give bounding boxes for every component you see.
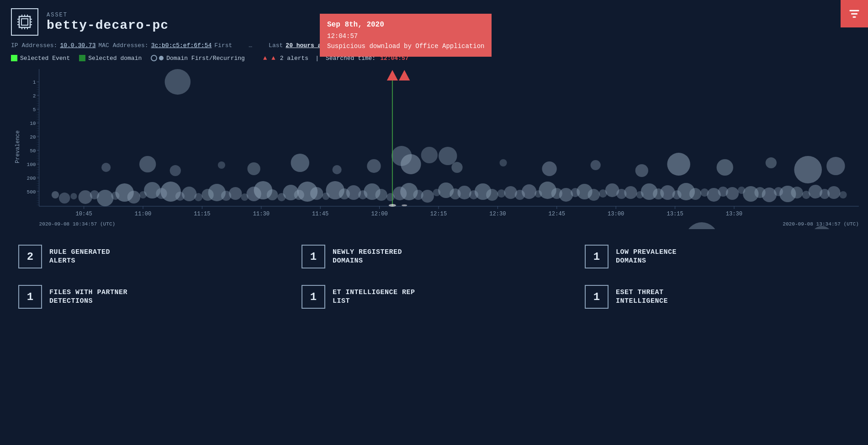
tooltip-date: Sep 8th, 2020 [327, 19, 484, 31]
svg-point-207 [499, 159, 507, 166]
timeline-chart[interactable]: Prevalence 1 2 5 10 20 50 100 200 500 [14, 64, 863, 229]
stat-label-eset-threat: ESET THREATINTELLIGENCE [616, 288, 668, 306]
domain-label: Domain First/Recurring [166, 55, 245, 62]
circle-outline-icon [151, 55, 157, 61]
svg-rect-3 [19, 16, 30, 27]
svg-text:11:30: 11:30 [253, 211, 270, 217]
alert-triangle-icon: ▲ [263, 54, 267, 62]
svg-point-126 [194, 193, 202, 201]
svg-point-228 [389, 204, 396, 207]
stat-number-files-partner: 1 [18, 285, 42, 309]
domain-circles [151, 55, 164, 61]
svg-point-214 [794, 156, 822, 183]
svg-text:2020-09-08 10:34:57 (UTC): 2020-09-08 10:34:57 (UTC) [39, 221, 116, 227]
stat-label-newly-registered: NEWLY REGISTEREDDOMAINS [333, 248, 402, 266]
stat-number-eset-threat: 1 [585, 285, 609, 309]
stat-label-low-prevalence: LOW PREVALENCEDOMAINS [616, 248, 677, 266]
svg-rect-0 [850, 10, 859, 11]
svg-point-177 [660, 185, 675, 200]
stat-card-eset-threat[interactable]: 1 ESET THREATINTELLIGENCE [576, 277, 859, 317]
svg-point-196 [839, 191, 847, 198]
svg-point-134 [267, 189, 278, 200]
svg-text:20: 20 [30, 134, 36, 140]
svg-point-125 [182, 187, 196, 201]
svg-text:13:00: 13:00 [608, 211, 624, 217]
svg-point-146 [376, 189, 387, 201]
svg-text:12:00: 12:00 [371, 211, 387, 217]
svg-text:500: 500 [27, 189, 36, 195]
stat-label-et-intelligence: ET INTELLIGENCE REPLIST [333, 288, 415, 306]
svg-point-143 [346, 185, 361, 200]
cpu-icon [16, 13, 34, 31]
svg-rect-17 [14, 64, 863, 229]
svg-point-173 [624, 186, 637, 199]
svg-text:12:15: 12:15 [430, 211, 447, 217]
svg-text:12:45: 12:45 [549, 211, 565, 217]
selected-domain-icon [79, 55, 85, 61]
first-label: First [214, 42, 232, 49]
svg-point-202 [291, 154, 309, 172]
svg-point-166 [559, 188, 573, 202]
svg-point-198 [139, 156, 156, 172]
filter-icon [848, 7, 861, 20]
svg-point-219 [439, 147, 457, 165]
svg-point-169 [588, 189, 600, 201]
svg-point-208 [542, 161, 556, 176]
alerts-count: 2 alerts [280, 55, 308, 62]
ip-value[interactable]: 10.0.30.73 [60, 42, 95, 49]
filter-button[interactable] [841, 0, 868, 27]
svg-point-197 [101, 163, 111, 172]
svg-point-204 [367, 159, 381, 173]
selected-event-icon [11, 55, 17, 61]
asset-name: betty-decaro-pc [47, 18, 169, 32]
chart-container: Prevalence 1 2 5 10 20 50 100 200 500 [14, 64, 863, 229]
svg-point-160 [504, 186, 517, 199]
svg-point-199 [170, 165, 181, 176]
stat-card-newly-registered[interactable]: 1 NEWLY REGISTEREDDOMAINS [292, 236, 576, 277]
ip-label: IP Addresses: [11, 42, 57, 49]
svg-point-113 [70, 193, 77, 199]
stat-number-low-prevalence: 1 [585, 245, 609, 268]
svg-rect-2 [853, 16, 856, 18]
tooltip-description: Suspicious download by Office Applicatio… [327, 41, 484, 51]
svg-point-201 [248, 162, 260, 175]
svg-point-212 [717, 159, 733, 176]
svg-text:11:00: 11:00 [135, 211, 151, 217]
asset-label: ASSET [47, 12, 169, 18]
stat-label-rule-alerts: RULE GENERATEDALERTS [49, 248, 110, 266]
svg-point-213 [766, 157, 777, 168]
svg-point-139 [310, 187, 323, 200]
svg-text:13:15: 13:15 [667, 211, 683, 217]
svg-point-218 [421, 147, 438, 163]
svg-point-162 [522, 184, 536, 199]
svg-point-203 [333, 165, 342, 174]
svg-point-158 [486, 189, 498, 201]
svg-text:10: 10 [30, 121, 36, 126]
svg-point-130 [229, 187, 242, 200]
mac-label: MAC Addresses: [98, 42, 148, 49]
svg-point-210 [635, 164, 648, 177]
svg-point-200 [218, 161, 225, 169]
svg-point-112 [59, 193, 70, 204]
svg-text:200: 200 [27, 176, 36, 181]
svg-point-119 [127, 191, 140, 204]
svg-rect-4 [21, 19, 28, 25]
svg-point-211 [667, 153, 690, 176]
stat-card-et-intelligence[interactable]: 1 ET INTELLIGENCE REPLIST [292, 277, 576, 317]
stat-card-low-prevalence[interactable]: 1 LOW PREVALENCEDOMAINS [576, 236, 859, 277]
svg-point-191 [791, 187, 803, 198]
svg-point-209 [591, 160, 601, 170]
svg-point-114 [79, 190, 92, 204]
mac-value[interactable]: 3c:b0:c5:ef:6f:54 [151, 42, 212, 49]
stat-card-files-partner[interactable]: 1 FILES WITH PARTNERDETECTIONS [9, 277, 292, 317]
svg-text:1: 1 [33, 80, 36, 85]
svg-point-111 [52, 191, 59, 198]
svg-text:11:45: 11:45 [312, 211, 328, 217]
svg-text:13:30: 13:30 [726, 211, 742, 217]
legend-selected-domain: Selected domain [79, 55, 142, 62]
stat-card-rule-alerts[interactable]: 2 RULE GENERATEDALERTS [9, 236, 292, 277]
svg-point-184 [726, 187, 739, 200]
asset-icon [11, 8, 38, 36]
svg-text:2: 2 [33, 93, 36, 99]
svg-text:5: 5 [33, 107, 36, 113]
